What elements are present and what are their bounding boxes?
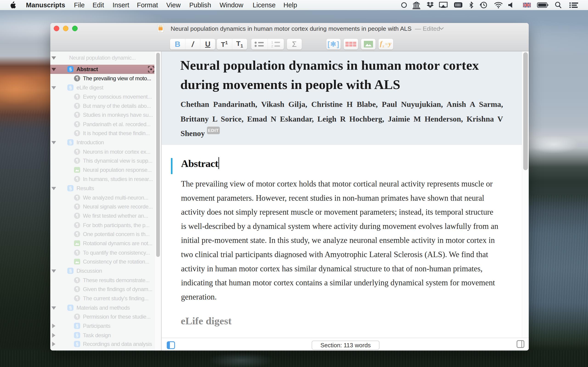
- svg-text:2: 2: [271, 44, 273, 48]
- svg-text:1: 1: [271, 41, 273, 44]
- svg-text:x: x: [382, 44, 384, 48]
- svg-text:y: y: [388, 40, 391, 47]
- svg-text:=: =: [385, 41, 388, 47]
